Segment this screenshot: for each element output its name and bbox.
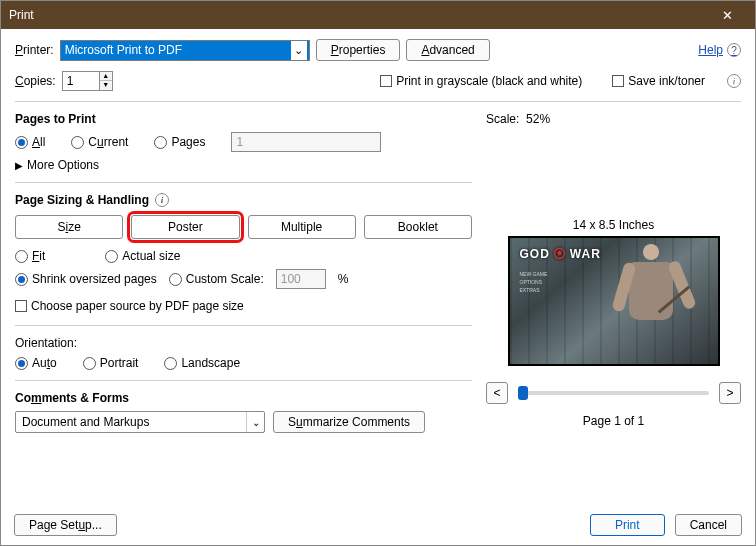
preview-next-button[interactable]: > — [719, 382, 741, 404]
preview-prev-button[interactable]: < — [486, 382, 508, 404]
preview-dimensions: 14 x 8.5 Inches — [486, 218, 741, 232]
checkbox-icon — [15, 300, 27, 312]
help-icon: ? — [727, 43, 741, 57]
grayscale-checkbox[interactable]: Print in grayscale (black and white) — [380, 74, 582, 88]
preview-character — [612, 244, 690, 364]
triangle-right-icon: ▶ — [15, 160, 23, 171]
percent-label: % — [338, 272, 349, 286]
more-options-toggle[interactable]: ▶ More Options — [15, 158, 472, 172]
titlebar: Print ✕ — [1, 1, 755, 29]
more-options-label: More Options — [27, 158, 99, 172]
shrink-radio[interactable]: Shrink oversized pages — [15, 272, 157, 286]
custom-scale-input[interactable] — [276, 269, 326, 289]
tab-booklet[interactable]: Booklet — [364, 215, 472, 239]
choose-paper-checkbox[interactable]: Choose paper source by PDF page size — [15, 299, 244, 313]
page-indicator: Page 1 of 1 — [486, 414, 741, 428]
print-button[interactable]: Print — [590, 514, 665, 536]
comments-value: Document and Markups — [22, 415, 149, 429]
page-setup-button[interactable]: Page Setup... — [14, 514, 117, 536]
help-link[interactable]: Help ? — [698, 43, 741, 57]
summarize-comments-button[interactable]: Summarize Comments — [273, 411, 425, 433]
saveink-checkbox[interactable]: Save ink/toner — [612, 74, 705, 88]
orient-auto-radio[interactable]: Auto — [15, 356, 57, 370]
zoom-slider[interactable] — [518, 391, 709, 395]
preview-image: GOD⦿WAR NEW GAMEOPTIONSEXTRAS — [508, 236, 720, 366]
close-button[interactable]: ✕ — [707, 8, 747, 23]
tab-multiple[interactable]: Multiple — [248, 215, 356, 239]
actual-size-radio[interactable]: Actual size — [105, 249, 180, 263]
checkbox-icon — [612, 75, 624, 87]
comments-title: Comments & Forms — [15, 391, 472, 405]
orient-landscape-radio[interactable]: Landscape — [164, 356, 240, 370]
copies-label: Copies: — [15, 74, 56, 88]
help-label: Help — [698, 43, 723, 57]
tab-size[interactable]: Size — [15, 215, 123, 239]
slider-thumb[interactable] — [518, 386, 528, 400]
window-title: Print — [9, 8, 34, 22]
properties-button[interactable]: Properties — [316, 39, 401, 61]
advanced-button[interactable]: Advanced — [406, 39, 489, 61]
preview-logo: GOD⦿WAR — [520, 246, 601, 261]
pages-title: Pages to Print — [15, 112, 472, 126]
checkbox-icon — [380, 75, 392, 87]
printer-label: Printer: — [15, 43, 54, 57]
preview-scale: Scale: 52% — [486, 112, 741, 126]
info-icon[interactable]: i — [155, 193, 169, 207]
custom-scale-radio[interactable]: Custom Scale: — [169, 272, 264, 286]
pages-range-input[interactable] — [231, 132, 381, 152]
comments-combo[interactable]: Document and Markups ⌄ — [15, 411, 265, 433]
chevron-down-icon: ⌄ — [246, 412, 264, 432]
saveink-label: Save ink/toner — [628, 74, 705, 88]
pages-all-radio[interactable]: All — [15, 135, 45, 149]
orientation-title: Orientation: — [15, 336, 472, 350]
info-icon[interactable]: i — [727, 74, 741, 88]
spinner-buttons[interactable]: ▲▼ — [99, 72, 112, 90]
printer-select[interactable]: Microsoft Print to PDF ⌄ — [60, 40, 310, 61]
tab-poster[interactable]: Poster — [131, 215, 239, 239]
orient-portrait-radio[interactable]: Portrait — [83, 356, 139, 370]
fit-radio[interactable]: Fit — [15, 249, 45, 263]
copies-input[interactable] — [63, 72, 99, 90]
pages-range-radio[interactable]: Pages — [154, 135, 205, 149]
choose-paper-label: Choose paper source by PDF page size — [31, 299, 244, 313]
printer-value: Microsoft Print to PDF — [65, 43, 182, 57]
pages-current-radio[interactable]: Current — [71, 135, 128, 149]
preview-menu-text: NEW GAMEOPTIONSEXTRAS — [520, 270, 548, 294]
copies-spinner[interactable]: ▲▼ — [62, 71, 113, 91]
chevron-down-icon: ⌄ — [291, 41, 307, 60]
grayscale-label: Print in grayscale (black and white) — [396, 74, 582, 88]
sizing-title: Page Sizing & Handling — [15, 193, 149, 207]
cancel-button[interactable]: Cancel — [675, 514, 742, 536]
